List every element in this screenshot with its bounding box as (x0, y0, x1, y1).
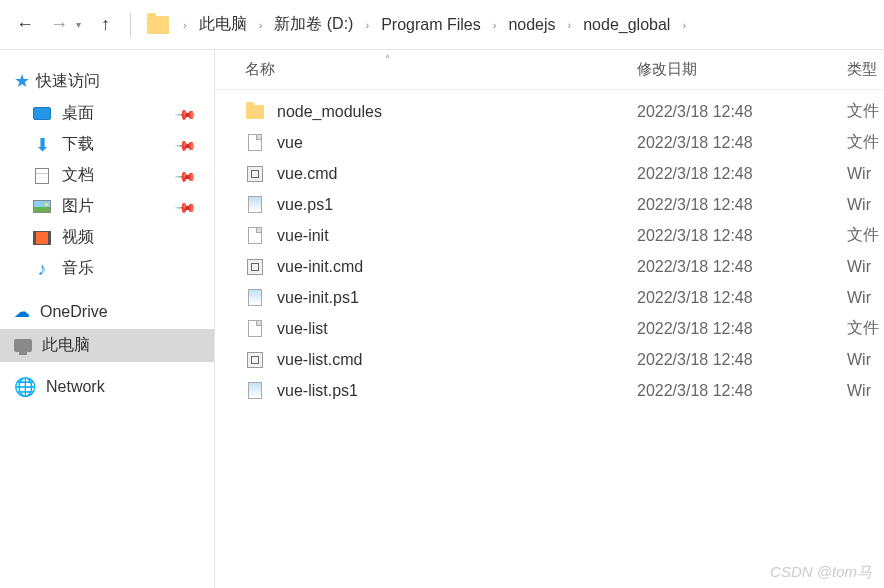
chevron-right-icon[interactable]: › (674, 19, 694, 31)
quick-access-header[interactable]: ★ 快速访问 (0, 68, 214, 94)
crumb-drive[interactable]: 新加卷 (D:) (270, 14, 357, 35)
pin-icon: 📌 (174, 164, 197, 187)
sidebar-item-videos[interactable]: 视频 (0, 222, 214, 253)
file-date: 2022/3/18 12:48 (637, 227, 847, 245)
sidebar-item-desktop[interactable]: 桌面📌 (0, 98, 214, 129)
file-name: vue-list.ps1 (277, 382, 637, 400)
file-row[interactable]: vue-list2022/3/18 12:48文件 (215, 313, 884, 344)
chevron-right-icon[interactable]: › (560, 19, 580, 31)
pin-icon: 📌 (174, 195, 197, 218)
ps1-icon (248, 382, 262, 399)
file-name: vue-init.ps1 (277, 289, 637, 307)
file-type: Wir (847, 258, 871, 276)
file-name: vue (277, 134, 637, 152)
file-type: Wir (847, 351, 871, 369)
pin-icon: 📌 (174, 133, 197, 156)
file-name: node_modules (277, 103, 637, 121)
file-date: 2022/3/18 12:48 (637, 382, 847, 400)
watermark: CSDN @tom马 (770, 563, 872, 582)
file-row[interactable]: vue.ps12022/3/18 12:48Wir (215, 189, 884, 220)
file-name: vue.cmd (277, 165, 637, 183)
ps1-icon (248, 196, 262, 213)
download-icon: ⬇ (32, 137, 52, 153)
file-date: 2022/3/18 12:48 (637, 134, 847, 152)
chevron-right-icon[interactable]: › (485, 19, 505, 31)
nav-arrows: ← → ▾ ↑ (8, 14, 118, 35)
file-date: 2022/3/18 12:48 (637, 103, 847, 121)
file-name: vue.ps1 (277, 196, 637, 214)
file-type: Wir (847, 165, 871, 183)
column-name[interactable]: 名称˄ (245, 60, 637, 79)
sidebar: ★ 快速访问 桌面📌 ⬇下载📌 文档📌 图片📌 视频 ♪音乐 ☁OneDrive… (0, 50, 215, 588)
file-list: node_modules2022/3/18 12:48文件vue2022/3/1… (215, 90, 884, 412)
file-row[interactable]: vue2022/3/18 12:48文件 (215, 127, 884, 158)
video-icon (33, 231, 51, 245)
sidebar-item-onedrive[interactable]: ☁OneDrive (0, 288, 214, 325)
file-icon (248, 320, 262, 337)
crumb-programfiles[interactable]: Program Files (377, 16, 485, 34)
pin-icon: 📌 (174, 102, 197, 125)
sidebar-item-this-pc[interactable]: 此电脑 (0, 329, 214, 362)
file-date: 2022/3/18 12:48 (637, 289, 847, 307)
sidebar-item-network[interactable]: 🌐Network (0, 362, 214, 402)
documents-icon (35, 168, 49, 184)
file-type: Wir (847, 289, 871, 307)
main: ★ 快速访问 桌面📌 ⬇下载📌 文档📌 图片📌 视频 ♪音乐 ☁OneDrive… (0, 50, 884, 588)
file-type: 文件 (847, 101, 879, 122)
file-row[interactable]: node_modules2022/3/18 12:48文件 (215, 96, 884, 127)
sidebar-item-documents[interactable]: 文档📌 (0, 160, 214, 191)
chevron-right-icon[interactable]: › (357, 19, 377, 31)
file-list-panel: 名称˄ 修改日期 类型 node_modules2022/3/18 12:48文… (215, 50, 884, 588)
crumb-nodejs[interactable]: nodejs (504, 16, 559, 34)
file-name: vue-list.cmd (277, 351, 637, 369)
file-date: 2022/3/18 12:48 (637, 351, 847, 369)
column-type[interactable]: 类型 (847, 60, 884, 79)
file-row[interactable]: vue-init.cmd2022/3/18 12:48Wir (215, 251, 884, 282)
file-type: Wir (847, 382, 871, 400)
back-button[interactable]: ← (16, 14, 34, 35)
file-date: 2022/3/18 12:48 (637, 165, 847, 183)
history-dropdown-icon[interactable]: ▾ (76, 19, 81, 30)
star-icon: ★ (14, 70, 30, 92)
file-row[interactable]: vue-init2022/3/18 12:48文件 (215, 220, 884, 251)
cmd-icon (247, 166, 263, 182)
quick-access-label: 快速访问 (36, 71, 100, 92)
file-date: 2022/3/18 12:48 (637, 196, 847, 214)
file-row[interactable]: vue-list.ps12022/3/18 12:48Wir (215, 375, 884, 406)
sidebar-item-music[interactable]: ♪音乐 (0, 253, 214, 284)
forward-button[interactable]: → (50, 14, 68, 35)
file-type: Wir (847, 196, 871, 214)
crumb-nodeglobal[interactable]: node_global (579, 16, 674, 34)
file-row[interactable]: vue-list.cmd2022/3/18 12:48Wir (215, 344, 884, 375)
cmd-icon (247, 259, 263, 275)
sidebar-item-downloads[interactable]: ⬇下载📌 (0, 129, 214, 160)
file-type: 文件 (847, 225, 879, 246)
up-button[interactable]: ↑ (101, 14, 110, 35)
file-name: vue-init.cmd (277, 258, 637, 276)
crumb-pc[interactable]: 此电脑 (195, 14, 251, 35)
file-icon (248, 227, 262, 244)
file-icon (248, 134, 262, 151)
column-date[interactable]: 修改日期 (637, 60, 847, 79)
file-row[interactable]: vue-init.ps12022/3/18 12:48Wir (215, 282, 884, 313)
quick-access-items: 桌面📌 ⬇下载📌 文档📌 图片📌 视频 ♪音乐 (0, 94, 214, 288)
file-row[interactable]: vue.cmd2022/3/18 12:48Wir (215, 158, 884, 189)
sort-indicator-icon: ˄ (385, 54, 390, 65)
chevron-right-icon[interactable]: › (175, 19, 195, 31)
breadcrumb[interactable]: › 此电脑 › 新加卷 (D:) › Program Files › nodej… (143, 9, 876, 41)
sidebar-item-pictures[interactable]: 图片📌 (0, 191, 214, 222)
music-icon: ♪ (32, 261, 52, 277)
pictures-icon (33, 200, 51, 213)
file-type: 文件 (847, 318, 879, 339)
folder-icon (147, 16, 169, 34)
cmd-icon (247, 352, 263, 368)
column-headers: 名称˄ 修改日期 类型 (215, 50, 884, 90)
chevron-right-icon[interactable]: › (251, 19, 271, 31)
file-date: 2022/3/18 12:48 (637, 258, 847, 276)
network-icon: 🌐 (14, 376, 36, 398)
pc-icon (14, 339, 32, 352)
separator (130, 13, 131, 37)
desktop-icon (33, 107, 51, 120)
onedrive-icon: ☁ (14, 302, 30, 321)
toolbar: ← → ▾ ↑ › 此电脑 › 新加卷 (D:) › Program Files… (0, 0, 884, 50)
